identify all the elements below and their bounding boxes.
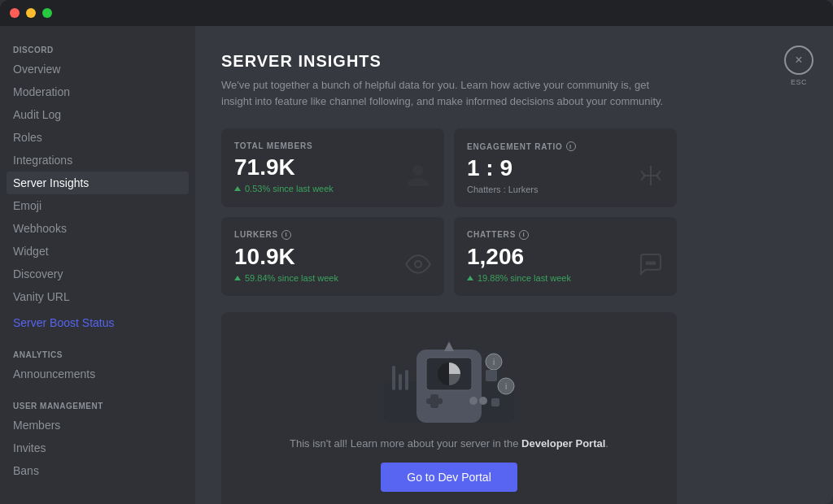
dev-illustration: i i: [360, 325, 539, 431]
members-icon: [405, 163, 431, 194]
close-button-area[interactable]: × ESC: [784, 46, 813, 86]
sidebar-item-discovery[interactable]: Discovery: [7, 263, 189, 285]
page-description: We've put together a bunch of helpful da…: [221, 77, 677, 109]
maximize-dot[interactable]: [42, 8, 52, 18]
close-dot[interactable]: [10, 8, 20, 18]
chat-icon: [638, 251, 664, 283]
stat-card-engagement-ratio: ENGAGEMENT RATIO i 1 : 9 Chatters : Lurk…: [454, 128, 677, 207]
sidebar-item-bans[interactable]: Bans: [7, 459, 189, 482]
scale-icon: [638, 163, 664, 194]
svg-text:i: i: [493, 358, 495, 367]
user-management-section-label: USER MANAGEMENT: [7, 395, 189, 414]
dev-portal-description: This isn't all! Learn more about your se…: [290, 437, 608, 450]
sidebar-item-announcements[interactable]: Announcements: [7, 363, 189, 385]
sidebar-item-audit-log[interactable]: Audit Log: [7, 103, 189, 126]
close-icon: ×: [795, 53, 802, 67]
svg-rect-17: [486, 370, 497, 381]
svg-point-0: [415, 261, 421, 267]
stat-value-chatters: 1,206: [467, 245, 664, 270]
sidebar-item-webhooks[interactable]: Webhooks: [7, 217, 189, 240]
titlebar: [0, 0, 833, 26]
stat-change-chatters: 19.88% since last week: [467, 273, 664, 283]
svg-point-12: [479, 397, 487, 405]
sidebar-item-overview[interactable]: Overview: [7, 58, 189, 80]
svg-text:i: i: [505, 382, 507, 391]
svg-point-11: [469, 397, 478, 405]
stat-card-chatters: CHATTERS i 1,206 19.88% since last week: [454, 217, 677, 296]
sidebar-item-roles[interactable]: Roles: [7, 126, 189, 149]
stat-change-lurkers: 59.84% since last week: [234, 273, 431, 283]
stat-label-total-members: TOTAL MEMBERS: [234, 141, 431, 150]
svg-point-3: [653, 262, 656, 264]
stat-label-lurkers: LURKERS i: [234, 230, 431, 240]
sidebar-item-server-insights[interactable]: Server Insights: [7, 172, 189, 194]
stat-subtitle-engagement: Chatters : Lurkers: [467, 185, 664, 194]
stat-change-total-members: 0.53% since last week: [234, 184, 431, 193]
svg-marker-19: [444, 341, 454, 351]
svg-rect-18: [491, 398, 499, 406]
stat-card-total-members: TOTAL MEMBERS 71.9K 0.53% since last wee…: [221, 128, 444, 207]
discord-section-label: DISCORD: [7, 39, 189, 58]
main-content: × ESC SERVER INSIGHTS We've put together…: [195, 26, 833, 504]
svg-point-1: [647, 262, 649, 264]
stat-value-lurkers: 10.9K: [234, 245, 431, 270]
svg-rect-21: [399, 374, 402, 390]
stats-grid: TOTAL MEMBERS 71.9K 0.53% since last wee…: [221, 128, 677, 296]
svg-rect-10: [430, 394, 438, 408]
sidebar-item-members[interactable]: Members: [7, 414, 189, 437]
sidebar-item-server-boost-status[interactable]: Server Boost Status: [7, 311, 189, 334]
sidebar-item-invites[interactable]: Invites: [7, 437, 189, 459]
stat-card-lurkers: LURKERS i 10.9K 59.84% since last week: [221, 217, 444, 296]
sidebar-item-widget[interactable]: Widget: [7, 240, 189, 263]
arrow-up-icon: [234, 186, 241, 191]
sidebar-item-vanity-url[interactable]: Vanity URL: [7, 285, 189, 308]
arrow-up-icon-chatters: [467, 276, 473, 280]
svg-rect-20: [392, 366, 395, 390]
svg-point-2: [650, 262, 652, 264]
stat-label-engagement-ratio: ENGAGEMENT RATIO i: [467, 141, 664, 151]
info-icon-lurkers: i: [281, 230, 291, 240]
info-icon-chatters: i: [519, 230, 529, 240]
minimize-dot[interactable]: [26, 8, 36, 18]
sidebar-item-integrations[interactable]: Integrations: [7, 149, 189, 172]
sidebar-item-emoji[interactable]: Emoji: [7, 194, 189, 217]
eye-icon: [405, 251, 431, 283]
sidebar-item-moderation[interactable]: Moderation: [7, 80, 189, 103]
dev-portal-button[interactable]: Go to Dev Portal: [381, 463, 517, 492]
dev-portal-section: i i This isn't all! Learn more about you…: [221, 312, 677, 504]
info-icon-engagement: i: [566, 141, 576, 151]
page-title: SERVER INSIGHTS: [221, 52, 807, 71]
app-body: DISCORD Overview Moderation Audit Log Ro…: [0, 26, 833, 504]
arrow-up-icon-lurkers: [234, 276, 241, 280]
stat-value-engagement-ratio: 1 : 9: [467, 156, 664, 181]
svg-rect-22: [405, 370, 408, 390]
analytics-section-label: ANALYTICS: [7, 344, 189, 363]
esc-label: ESC: [791, 78, 807, 86]
stat-value-total-members: 71.9K: [234, 155, 431, 180]
sidebar: DISCORD Overview Moderation Audit Log Ro…: [0, 26, 195, 504]
stat-label-chatters: CHATTERS i: [467, 230, 664, 240]
